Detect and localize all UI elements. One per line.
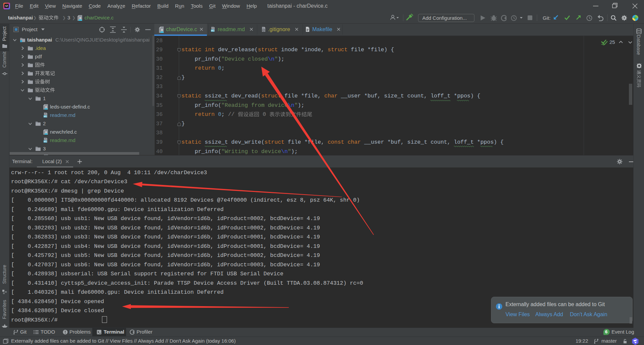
svg-text:MD: MD [211,29,214,32]
svg-text:MD: MD [44,140,47,142]
svg-text:MD: MD [44,115,47,117]
svg-text:Add Configuration...: Add Configuration... [422,15,467,21]
svg-text:Git:: Git: [543,15,550,21]
